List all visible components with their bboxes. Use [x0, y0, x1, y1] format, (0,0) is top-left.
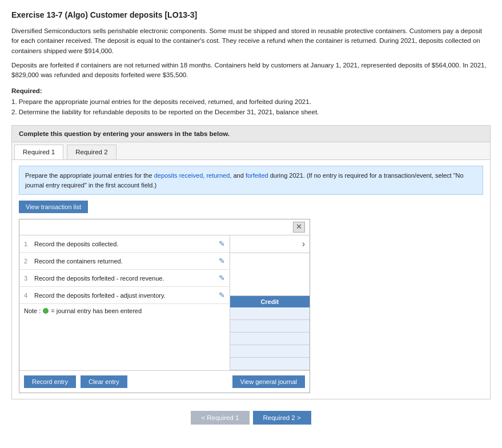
- row-num-1: 1: [24, 241, 32, 247]
- chevron-right-icon[interactable]: ›: [302, 239, 305, 249]
- required-item-2: 2. Determine the liability for refundabl…: [11, 109, 319, 115]
- tab-required-1[interactable]: Required 1: [14, 145, 63, 159]
- blue-info-box: Prepare the appropriate journal entries …: [19, 166, 483, 195]
- note-row: Note : = journal entry has been entered: [19, 304, 230, 318]
- tab-required-2[interactable]: Required 2: [67, 145, 116, 159]
- journal-area: ✕ 1 Record the deposits collected. ✎ 2 R…: [19, 219, 310, 393]
- credit-input-4[interactable]: [230, 345, 310, 358]
- page-title: Exercise 13-7 (Algo) Customer deposits […: [11, 10, 491, 19]
- nav-prev-button[interactable]: < Required 1: [191, 411, 249, 425]
- edit-icon-1[interactable]: ✎: [219, 239, 225, 248]
- nav-bottom: < Required 1 Required 2 >: [11, 411, 491, 425]
- edit-icon-4[interactable]: ✎: [219, 291, 225, 299]
- row-desc-4: Record the deposits forfeited - adjust i…: [32, 292, 216, 299]
- view-general-journal-button[interactable]: View general journal: [232, 375, 305, 388]
- view-transaction-list-button[interactable]: View transaction list: [19, 201, 88, 213]
- highlight-forfeited: forfeited: [246, 172, 268, 179]
- credit-input-1[interactable]: [230, 307, 310, 320]
- journal-right: › Credit: [230, 235, 310, 370]
- description-1: Diversified Semiconductors sells perisha…: [11, 26, 491, 56]
- required-item-1: 1. Prepare the appropriate journal entri…: [11, 98, 311, 105]
- note-text: = journal entry has been entered: [51, 307, 142, 314]
- credit-header: Credit: [230, 296, 310, 307]
- row-desc-1: Record the deposits collected.: [32, 241, 216, 247]
- required-label: Required:: [11, 87, 42, 94]
- journal-left: 1 Record the deposits collected. ✎ 2 Rec…: [19, 235, 230, 370]
- row-num-3: 3: [24, 275, 32, 282]
- green-dot-icon: [43, 308, 49, 314]
- instruction-box: Complete this question by entering your …: [11, 125, 491, 142]
- row-num-4: 4: [24, 292, 32, 299]
- description-2: Deposits are forfeited if containers are…: [11, 61, 491, 81]
- edit-icon-2[interactable]: ✎: [219, 257, 225, 265]
- credit-rows: [230, 307, 310, 370]
- table-row: 2 Record the containers returned. ✎: [19, 253, 230, 270]
- right-panel-area: [230, 253, 310, 296]
- table-row: 3 Record the deposits forfeited - record…: [19, 270, 230, 287]
- journal-layout: 1 Record the deposits collected. ✎ 2 Rec…: [19, 235, 310, 370]
- credit-input-3[interactable]: [230, 333, 310, 345]
- nav-next-button[interactable]: Required 2 >: [253, 411, 311, 425]
- tabs-row: Required 1 Required 2: [12, 142, 490, 160]
- bottom-buttons: Record entry Clear entry View general jo…: [19, 370, 310, 393]
- journal-header-row: ✕: [19, 219, 310, 235]
- row-desc-2: Record the containers returned.: [32, 258, 216, 265]
- right-panel-top: ›: [230, 235, 310, 253]
- highlight-received: deposits received,: [154, 172, 205, 179]
- edit-icon-3[interactable]: ✎: [219, 274, 225, 282]
- clear-entry-button[interactable]: Clear entry: [81, 375, 127, 388]
- required-section: Required: 1. Prepare the appropriate jou…: [11, 86, 491, 117]
- note-label: Note :: [24, 307, 41, 314]
- row-desc-3: Record the deposits forfeited - record r…: [32, 275, 216, 282]
- close-icon[interactable]: ✕: [293, 222, 305, 233]
- table-row: 1 Record the deposits collected. ✎: [19, 235, 230, 253]
- tabs-container: Required 1 Required 2 Prepare the approp…: [11, 142, 491, 399]
- table-row: 4 Record the deposits forfeited - adjust…: [19, 287, 230, 304]
- credit-input-5[interactable]: [230, 358, 310, 370]
- highlight-returned: returned,: [206, 172, 231, 179]
- row-num-2: 2: [24, 258, 32, 265]
- credit-input-2[interactable]: [230, 320, 310, 333]
- tab-content: Prepare the appropriate journal entries …: [12, 160, 490, 399]
- record-entry-button[interactable]: Record entry: [24, 375, 76, 388]
